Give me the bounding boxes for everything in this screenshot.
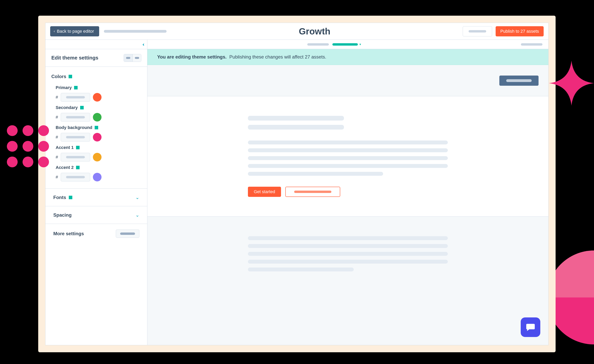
swatch-accent-1[interactable]: [93, 153, 101, 162]
banner-regular: Publishing these changes will affect 27 …: [229, 54, 326, 60]
collapse-icon[interactable]: ‹‹: [142, 42, 143, 47]
hex-input-body-bg[interactable]: [61, 133, 90, 142]
section-body-line: [248, 267, 354, 271]
fonts-label: Fonts: [53, 195, 66, 200]
hero-body-line: [248, 164, 448, 168]
color-row-body-bg: Body background #: [51, 125, 141, 142]
hero-body-line: [248, 141, 448, 144]
hero-body-line: [248, 156, 448, 160]
chat-icon: [525, 322, 536, 332]
section-body-line: [248, 244, 448, 248]
swatch-secondary[interactable]: [93, 113, 101, 122]
chevron-down-icon: ⌄: [135, 212, 139, 218]
page-title: Growth: [171, 26, 458, 37]
teal-box-icon: [69, 196, 72, 199]
more-settings-button[interactable]: [116, 230, 139, 238]
hash-symbol: #: [56, 95, 58, 100]
view-toggle-option-1[interactable]: [124, 54, 133, 62]
swatch-body-bg[interactable]: [93, 133, 101, 142]
secondbar-right: [521, 43, 548, 46]
secondbar-tab-active[interactable]: ▾: [332, 42, 361, 46]
hex-input-secondary[interactable]: [61, 113, 90, 122]
color-label: Secondary: [56, 105, 78, 110]
chevron-down-icon: ⌄: [135, 195, 139, 200]
hero-title-line: [248, 125, 344, 130]
preview-topbar: [147, 65, 548, 96]
hash-symbol: #: [56, 155, 58, 160]
hex-input-accent-1[interactable]: [61, 153, 90, 162]
back-button-label: Back to page editor: [57, 29, 94, 34]
accordion-fonts[interactable]: Fonts ⌄: [46, 189, 147, 206]
secondbar-right-link[interactable]: [521, 43, 542, 46]
secondbar-tab-inactive[interactable]: [307, 43, 329, 46]
teal-box-icon: [95, 126, 98, 129]
edit-theme-header: Edit theme settings: [46, 49, 147, 67]
colors-section: Colors Primary #: [46, 67, 147, 189]
hero-buttons: Get started: [248, 187, 448, 197]
content: You are editing theme settings. Publishi…: [147, 49, 548, 345]
color-label: Accent 2: [56, 165, 74, 170]
chevron-left-icon: ‹: [54, 29, 55, 33]
back-button[interactable]: ‹ Back to page editor: [50, 26, 99, 36]
color-row-accent-1: Accent 1 #: [51, 145, 141, 162]
more-settings-row: More settings: [46, 224, 147, 243]
preview-canvas: Get started: [147, 65, 548, 345]
topbar-right: Publish to 27 assets: [463, 26, 544, 36]
section-body-line: [248, 260, 448, 264]
hero-body-line: [248, 148, 448, 152]
sidebar: Edit theme settings Colors Primary: [46, 49, 147, 345]
topbar-placeholder: [104, 30, 167, 33]
chat-button[interactable]: [521, 318, 540, 337]
hash-symbol: #: [56, 175, 58, 180]
app-window: ‹ Back to page editor Growth Publish to …: [45, 23, 548, 345]
decorative-star: [549, 61, 594, 106]
swatch-accent-2[interactable]: [93, 173, 101, 182]
spacing-label: Spacing: [53, 212, 72, 218]
color-row-secondary: Secondary #: [51, 105, 141, 122]
hex-input-primary[interactable]: [61, 93, 90, 102]
preview-hero: Get started: [147, 96, 548, 217]
banner-bold: You are editing theme settings.: [157, 54, 227, 60]
color-label: Accent 1: [56, 145, 74, 150]
color-label: Body background: [56, 125, 92, 130]
hash-symbol: #: [56, 135, 58, 140]
hero-title-line: [248, 116, 344, 121]
second-bar: ‹‹ ▾: [46, 40, 548, 49]
frame: ‹ Back to page editor Growth Publish to …: [38, 16, 556, 352]
color-row-primary: Primary #: [51, 85, 141, 102]
preview-section-2: [147, 217, 548, 295]
sidebar-collapse-region: ‹‹: [46, 40, 147, 49]
view-toggle: [124, 54, 141, 62]
preview-nav-button[interactable]: [499, 76, 539, 86]
secondbar-center: ▾: [147, 42, 521, 46]
colors-label-text: Colors: [51, 74, 66, 79]
caret-down-icon: ▾: [359, 42, 361, 46]
hash-symbol: #: [56, 115, 58, 120]
teal-box-icon: [80, 106, 84, 109]
teal-box-icon: [76, 146, 80, 149]
publish-button[interactable]: Publish to 27 assets: [496, 26, 544, 36]
topbar-ghost-button[interactable]: [463, 26, 492, 36]
get-started-button[interactable]: Get started: [248, 187, 281, 197]
swatch-primary[interactable]: [93, 93, 101, 102]
hex-input-accent-2[interactable]: [61, 173, 90, 182]
teal-box-icon: [74, 86, 78, 89]
color-label: Primary: [56, 85, 72, 90]
more-settings-label: More settings: [53, 231, 113, 236]
view-toggle-option-2[interactable]: [133, 54, 141, 62]
teal-box-icon: [69, 75, 72, 78]
teal-box-icon: [76, 166, 80, 169]
color-row-accent-2: Accent 2 #: [51, 165, 141, 182]
decorative-dots: [7, 125, 49, 167]
edit-theme-title: Edit theme settings: [51, 55, 121, 61]
secondary-cta-button[interactable]: [285, 187, 340, 197]
section-body-line: [248, 252, 448, 256]
info-banner: You are editing theme settings. Publishi…: [147, 49, 548, 65]
section-body-line: [248, 236, 448, 240]
main: Edit theme settings Colors Primary: [46, 49, 548, 345]
colors-group-label: Colors: [51, 74, 141, 79]
topbar: ‹ Back to page editor Growth Publish to …: [46, 23, 548, 40]
hero-body-line: [248, 172, 383, 176]
accordion-spacing[interactable]: Spacing ⌄: [46, 206, 147, 224]
